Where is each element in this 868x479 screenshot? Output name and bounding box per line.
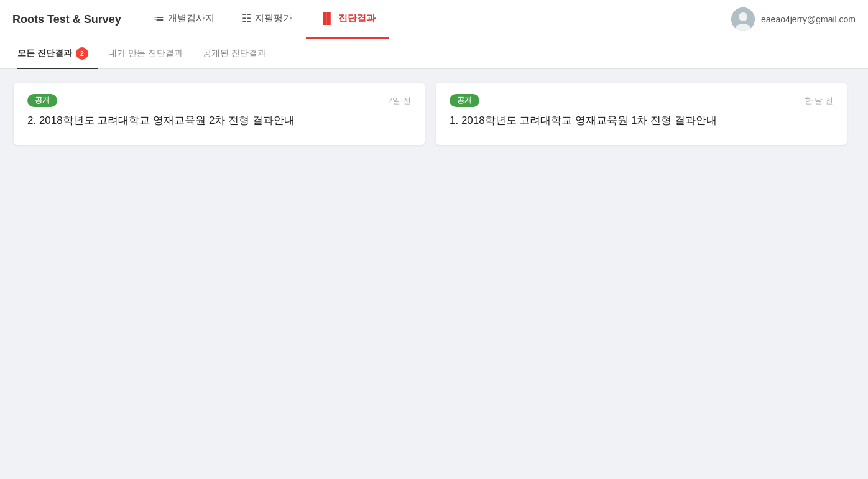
user-area: eaeao4jerry@gmail.com (731, 7, 856, 31)
sub-tab-all-label: 모든 진단결과 (17, 48, 72, 59)
card-2-header: 공개 한 달 전 (450, 94, 833, 107)
diagnosis-card-1[interactable]: 공개 7일 전 2. 2018학년도 고려대학교 영재교육원 2차 전형 결과안… (14, 83, 425, 145)
card-1-time: 7일 전 (388, 95, 411, 106)
sub-nav: 모든 진단결과 2 내가 만든 진단결과 공개된 진단결과 (0, 39, 868, 69)
nav-item-individual[interactable]: ≔ 개별검사지 (140, 0, 228, 39)
diagnosis-card-2[interactable]: 공개 한 달 전 1. 2018학년도 고려대학교 영재교육원 1차 전형 결과… (436, 83, 847, 145)
card-1-public-badge: 공개 (27, 94, 57, 107)
all-badge: 2 (76, 47, 88, 60)
user-email: eaeao4jerry@gmail.com (761, 14, 856, 24)
svg-point-1 (739, 12, 747, 21)
cards-grid: 공개 7일 전 2. 2018학년도 고려대학교 영재교육원 2차 전형 결과안… (14, 83, 847, 145)
sub-tab-all[interactable]: 모든 진단결과 2 (17, 39, 98, 69)
card-2-public-badge: 공개 (450, 94, 479, 107)
nav-item-diagnosis-label: 진단결과 (338, 12, 376, 24)
card-1-title: 2. 2018학년도 고려대학교 영재교육원 2차 전형 결과안내 (27, 113, 411, 128)
sub-tab-public-label: 공개된 진단결과 (203, 48, 266, 59)
nav-item-individual-label: 개별검사지 (168, 12, 215, 24)
card-1-header: 공개 7일 전 (27, 94, 411, 107)
sub-tab-mine[interactable]: 내가 만든 진단결과 (98, 39, 193, 69)
avatar (731, 7, 755, 31)
individual-icon: ≔ (154, 12, 164, 25)
sub-tab-mine-label: 내가 만든 진단결과 (108, 48, 183, 59)
nav-item-paper-label: 지필평가 (255, 12, 292, 24)
app-title[interactable]: Roots Test & Survey (12, 13, 121, 26)
main-content: 공개 7일 전 2. 2018학년도 고려대학교 영재교육원 2차 전형 결과안… (0, 69, 868, 479)
card-2-title: 1. 2018학년도 고려대학교 영재교육원 1차 전형 결과안내 (450, 113, 833, 128)
nav-item-paper[interactable]: ☷ 지필평가 (228, 0, 306, 39)
bar-chart-icon: ▐▌ (320, 12, 335, 25)
nav-item-diagnosis[interactable]: ▐▌ 진단결과 (306, 0, 389, 39)
main-nav: ≔ 개별검사지 ☷ 지필평가 ▐▌ 진단결과 (140, 0, 731, 39)
card-2-time: 한 달 전 (805, 95, 833, 106)
sub-tab-public[interactable]: 공개된 진단결과 (193, 39, 276, 69)
header: Roots Test & Survey ≔ 개별검사지 ☷ 지필평가 ▐▌ 진단… (0, 0, 868, 39)
paper-icon: ☷ (242, 12, 251, 25)
